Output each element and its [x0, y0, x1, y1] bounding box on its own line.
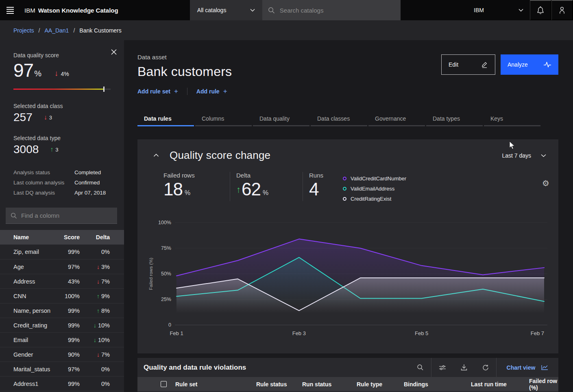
column-table-row[interactable]: Age97%↓3% [0, 259, 124, 274]
violations-header-rule-status: Rule status [256, 381, 302, 388]
catalog-search[interactable] [262, 0, 401, 20]
column-delta: ↑9% [80, 293, 110, 299]
menu-icon[interactable] [0, 0, 20, 20]
notifications-button[interactable] [530, 0, 551, 20]
tab-bar: Data rulesColumnsData qualityData classe… [137, 112, 573, 126]
refresh-icon[interactable] [475, 358, 496, 377]
legend-ring-icon [343, 197, 346, 201]
column-score: 99% [56, 381, 80, 387]
brand-prefix: IBM [24, 7, 35, 14]
plus-icon: + [174, 87, 178, 95]
column-table-row[interactable]: Credit_rating99%↓10% [0, 318, 124, 332]
gauge-track [13, 89, 104, 90]
chart-title: Quality score change [170, 149, 270, 162]
data-quality-sidebar: Data quality score 97 % ↓ 4% Selected da… [0, 40, 124, 392]
filter-sliders-icon[interactable] [431, 358, 453, 377]
tab-data-quality[interactable]: Data quality [253, 112, 309, 126]
column-score-table-body: Zip, email99%0%Age97%↓3%Address43%↓7%CNN… [0, 245, 124, 392]
breadcrumb-link-projects[interactable]: Projects [13, 27, 34, 34]
column-name: Marital_status [13, 366, 56, 373]
column-table-row[interactable]: CNN100%↑9% [0, 288, 124, 303]
column-name: Zip, email [13, 249, 56, 255]
account-selector-dropdown[interactable]: IBM [468, 0, 530, 20]
user-profile-button[interactable] [551, 0, 573, 20]
column-table-row[interactable]: Address199%0% [0, 376, 124, 391]
main-content: Data asset Bank customers Add rule set +… [124, 40, 573, 392]
down-arrow-icon: ↓ [97, 278, 100, 285]
column-table-row[interactable]: Marital_status97%0% [0, 362, 124, 376]
tab-data-rules[interactable]: Data rules [137, 112, 194, 126]
add-rule-set-link[interactable]: Add rule set + [137, 87, 178, 95]
column-name: Credit_rating [13, 322, 56, 329]
column-table-row[interactable]: Gender90%↓7% [0, 347, 124, 362]
svg-text:0: 0 [168, 322, 171, 328]
column-table-row[interactable]: Zip, email99%0% [0, 245, 124, 259]
violations-card: Quality and data rule violations [137, 358, 558, 392]
up-arrow-icon: ↑ [236, 184, 241, 198]
tab-data-classes[interactable]: Data classes [311, 112, 367, 126]
find-column-input[interactable] [21, 212, 112, 219]
time-range-dropdown[interactable]: Last 7 days [502, 152, 546, 159]
violations-table-header: Rule setRule statusRun statusRule typeBi… [137, 377, 558, 391]
divider [303, 172, 303, 201]
quality-score-change-card: Quality score change Last 7 days Failed … [137, 139, 558, 353]
select-all-checkbox[interactable] [161, 381, 167, 387]
catalog-selector-dropdown[interactable]: All catalogs [190, 0, 262, 20]
plus-icon: + [223, 87, 227, 95]
edit-button[interactable]: Edit [441, 54, 495, 75]
column-table-row[interactable]: Address43%↓7% [0, 274, 124, 288]
collapse-chevron-icon[interactable] [152, 151, 161, 160]
column-delta: ↓10% [80, 322, 110, 329]
close-icon[interactable] [109, 48, 118, 58]
add-rule-set-label: Add rule set [137, 88, 170, 95]
chart-view-toggle[interactable]: Chart view [496, 358, 558, 377]
detail-value: Apr 07, 2018 [74, 190, 106, 196]
column-table-row[interactable]: Email99%↓10% [0, 332, 124, 347]
catalog-selector-label: All catalogs [197, 7, 227, 13]
down-arrow-icon: ↓ [97, 264, 100, 270]
search-icon [268, 7, 275, 14]
tab-data-types[interactable]: Data types [426, 112, 483, 126]
gauge-track-remainder [104, 89, 111, 90]
app-brand: IBM Watson Knowledge Catalog [20, 0, 122, 20]
chart-view-label: Chart view [507, 364, 536, 371]
chevron-down-icon [250, 9, 255, 12]
failed-rows-chart: 100%75%50%25%0Feb 1Feb 3Feb 5Feb 7Failed… [147, 213, 550, 340]
top-header-bar: IBM Watson Knowledge Catalog All catalog… [0, 0, 573, 20]
topbar-right-group: IBM [468, 0, 573, 20]
kpi-label: Runs [309, 172, 344, 179]
column-delta: 0% [80, 249, 110, 255]
table-search-button[interactable] [410, 358, 431, 377]
stat-value: 257 [13, 111, 33, 124]
breadcrumb-link-project[interactable]: AA_Dan1 [44, 27, 69, 34]
column-name: Age [13, 264, 56, 270]
breadcrumb-separator: / [39, 27, 40, 34]
tab-keys[interactable]: Keys [484, 112, 540, 126]
find-column-search[interactable] [6, 208, 117, 224]
kpi-unit: % [263, 189, 268, 198]
analyze-button[interactable]: Analyze [501, 54, 558, 75]
column-score: 97% [56, 366, 80, 373]
kpi-label: Delta [236, 172, 297, 179]
add-rule-link[interactable]: Add rule + [196, 87, 227, 95]
app-root: IBM Watson Knowledge Catalog All catalog… [0, 0, 573, 392]
tab-columns[interactable]: Columns [195, 112, 252, 126]
legend-item-ValidEmailAddress[interactable]: ValidEmailAddress [343, 184, 406, 194]
column-table-row[interactable]: Name, person99%↑8% [0, 303, 124, 318]
tab-governance[interactable]: Governance [368, 112, 425, 126]
gear-icon[interactable]: ⚙ [542, 178, 549, 188]
catalog-search-input[interactable] [280, 7, 395, 14]
kpi-delta: Delta↑62% [236, 172, 303, 201]
line-chart-icon [541, 364, 548, 370]
legend-item-CreditRatingExist[interactable]: CreditRatingExist [343, 194, 406, 204]
violations-title: Quality and data rule violations [137, 358, 410, 377]
column-score: 99% [56, 308, 80, 314]
svg-text:Feb 3: Feb 3 [292, 330, 306, 336]
download-icon[interactable] [453, 358, 475, 377]
column-score: 43% [56, 278, 80, 285]
legend-item-ValidCreditCardNumber[interactable]: ValidCreditCardNumber [343, 173, 406, 184]
chevron-down-icon [541, 154, 546, 157]
quality-score-value: 97 % ↓ 4% [0, 61, 124, 80]
divider [230, 172, 230, 201]
violations-header-rule-set: Rule set [175, 381, 256, 388]
